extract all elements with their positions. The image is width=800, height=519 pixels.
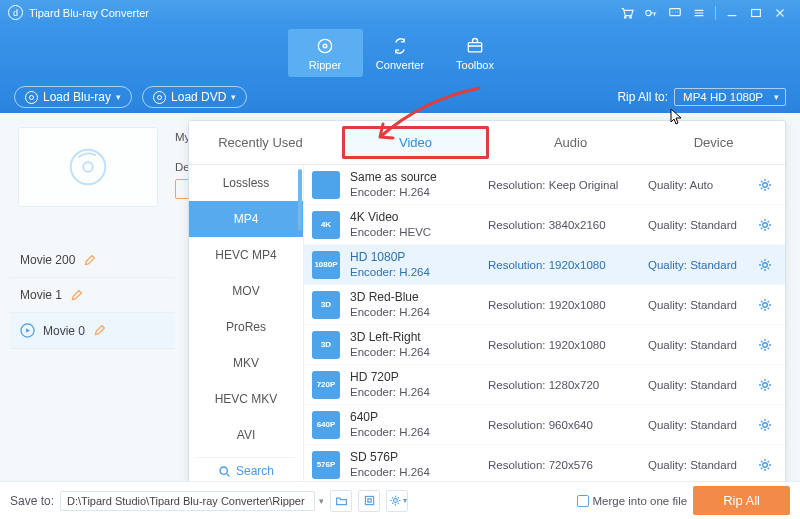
format-settings-button[interactable] — [757, 297, 773, 313]
format-title: HD 1080P — [350, 250, 478, 265]
format-row[interactable]: 3D3D Left-RightEncoder: H.264Resolution:… — [304, 325, 785, 365]
chevron-down-icon: ▾ — [403, 496, 407, 505]
format-encoder: Encoder: H.264 — [350, 345, 478, 359]
merge-checkbox[interactable]: Merge into one file — [577, 495, 688, 507]
format-row[interactable]: 1080PHD 1080PEncoder: H.264Resolution: 1… — [304, 245, 785, 285]
gpu-accel-button[interactable] — [358, 490, 380, 512]
open-folder-button[interactable] — [330, 490, 352, 512]
category-mov[interactable]: MOV — [189, 273, 303, 309]
sidebar-scrollbar[interactable] — [298, 169, 302, 231]
format-resolution: Resolution: 1920x1080 — [488, 339, 638, 351]
rip-all-format-dropdown[interactable]: MP4 HD 1080P ▾ — [674, 88, 786, 106]
save-path-field[interactable]: D:\Tipard Studio\Tipard Blu-ray Converte… — [60, 491, 315, 511]
format-quality: Quality: Standard — [648, 419, 747, 431]
edit-icon[interactable] — [93, 324, 106, 337]
svg-point-14 — [763, 222, 768, 227]
chevron-down-icon: ▾ — [231, 92, 236, 102]
svg-point-18 — [763, 382, 768, 387]
rip-all-to-label: Rip All to: — [617, 90, 668, 104]
rip-all-format-value: MP4 HD 1080P — [683, 91, 763, 103]
format-row[interactable]: 640P640PEncoder: H.264Resolution: 960x64… — [304, 405, 785, 445]
format-category-sidebar: Lossless MP4 HEVC MP4 MOV ProRes MKV HEV… — [189, 165, 304, 513]
svg-point-19 — [763, 422, 768, 427]
format-badge-icon: 3D — [312, 331, 340, 359]
nav-ripper-label: Ripper — [309, 59, 341, 71]
menu-icon[interactable] — [687, 4, 711, 22]
maximize-icon[interactable] — [744, 4, 768, 22]
close-icon[interactable] — [768, 4, 792, 22]
format-quality: Quality: Auto — [648, 179, 747, 191]
format-settings-button[interactable] — [757, 457, 773, 473]
format-quality: Quality: Standard — [648, 259, 747, 271]
format-settings-button[interactable] — [757, 217, 773, 233]
format-settings-button[interactable] — [757, 257, 773, 273]
nav-converter-label: Converter — [376, 59, 424, 71]
svg-rect-8 — [468, 42, 481, 51]
format-settings-button[interactable] — [757, 337, 773, 353]
load-bluray-button[interactable]: Load Blu-ray ▾ — [14, 86, 132, 108]
movie-name: Movie 0 — [43, 324, 85, 338]
movie-item[interactable]: Movie 0 — [10, 313, 175, 349]
format-list: Same as sourceEncoder: H.264Resolution: … — [304, 165, 785, 513]
format-quality: Quality: Standard — [648, 339, 747, 351]
category-hevc-mkv[interactable]: HEVC MKV — [189, 381, 303, 417]
cart-icon[interactable] — [615, 4, 639, 22]
nav-ripper[interactable]: Ripper — [288, 29, 363, 77]
chevron-down-icon: ▾ — [774, 92, 779, 102]
format-quality: Quality: Standard — [648, 219, 747, 231]
feedback-icon[interactable] — [663, 4, 687, 22]
edit-icon[interactable] — [70, 289, 83, 302]
tab-audio[interactable]: Audio — [499, 121, 642, 164]
category-lossless[interactable]: Lossless — [189, 165, 303, 201]
nav-converter[interactable]: Converter — [363, 25, 438, 81]
key-icon[interactable] — [639, 4, 663, 22]
chevron-down-icon[interactable]: ▾ — [319, 496, 324, 506]
format-quality: Quality: Standard — [648, 299, 747, 311]
video-thumbnail[interactable] — [18, 127, 158, 207]
checkbox-box-icon — [577, 495, 589, 507]
svg-point-13 — [763, 182, 768, 187]
format-row[interactable]: 720PHD 720PEncoder: H.264Resolution: 128… — [304, 365, 785, 405]
format-row[interactable]: 3D3D Red-BlueEncoder: H.264Resolution: 1… — [304, 285, 785, 325]
svg-point-2 — [646, 10, 651, 15]
format-settings-button[interactable] — [757, 377, 773, 393]
movie-item[interactable]: Movie 200 — [10, 243, 175, 278]
edit-icon[interactable] — [83, 254, 96, 267]
nav-toolbox[interactable]: Toolbox — [438, 25, 513, 81]
movie-item[interactable]: Movie 1 — [10, 278, 175, 313]
category-hevc-mp4[interactable]: HEVC MP4 — [189, 237, 303, 273]
category-mp4[interactable]: MP4 — [189, 201, 303, 237]
category-mkv[interactable]: MKV — [189, 345, 303, 381]
format-settings-button[interactable] — [757, 417, 773, 433]
format-badge-icon: 576P — [312, 451, 340, 479]
format-badge-icon: 1080P — [312, 251, 340, 279]
format-settings-button[interactable] — [757, 177, 773, 193]
format-title: 4K Video — [350, 210, 478, 225]
tab-video[interactable]: Video — [342, 126, 489, 159]
bluray-disc-icon — [65, 144, 111, 190]
svg-point-7 — [324, 45, 326, 47]
tab-recently-used[interactable]: Recently Used — [189, 121, 332, 164]
rip-all-button[interactable]: Rip All — [693, 486, 790, 515]
format-resolution: Resolution: 1920x1080 — [488, 259, 638, 271]
tab-device[interactable]: Device — [642, 121, 785, 164]
format-resolution: Resolution: 1920x1080 — [488, 299, 638, 311]
format-resolution: Resolution: 720x576 — [488, 459, 638, 471]
svg-point-15 — [763, 262, 768, 267]
format-badge-icon: 720P — [312, 371, 340, 399]
format-row[interactable]: Same as sourceEncoder: H.264Resolution: … — [304, 165, 785, 205]
search-formats[interactable]: Search — [197, 457, 295, 478]
format-row[interactable]: 576PSD 576PEncoder: H.264Resolution: 720… — [304, 445, 785, 485]
format-title: Same as source — [350, 170, 478, 185]
category-prores[interactable]: ProRes — [189, 309, 303, 345]
minimize-icon[interactable] — [720, 4, 744, 22]
nav-toolbox-label: Toolbox — [456, 59, 494, 71]
format-title: 3D Left-Right — [350, 330, 478, 345]
category-avi[interactable]: AVI — [189, 417, 303, 453]
svg-rect-4 — [752, 9, 761, 16]
format-badge-icon — [312, 171, 340, 199]
format-row[interactable]: 4K4K VideoEncoder: HEVCResolution: 3840x… — [304, 205, 785, 245]
format-quality: Quality: Standard — [648, 379, 747, 391]
settings-button[interactable]: ▾ — [386, 490, 408, 512]
load-dvd-button[interactable]: Load DVD ▾ — [142, 86, 247, 108]
